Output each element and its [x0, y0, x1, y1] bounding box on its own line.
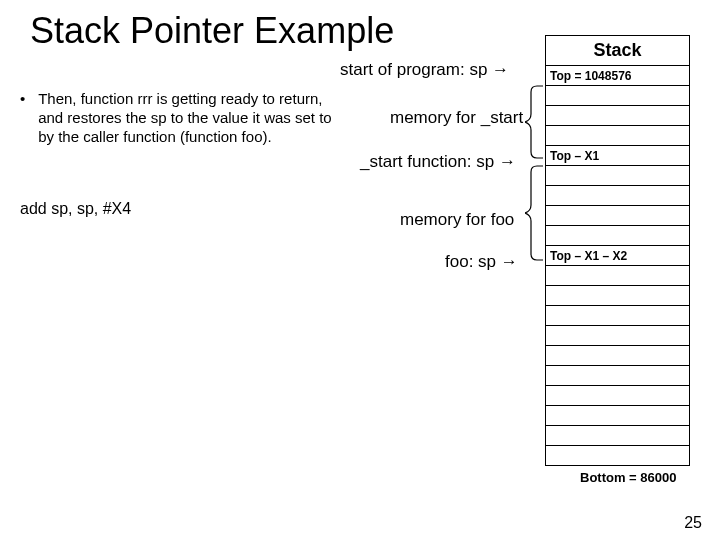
stack-cell — [546, 346, 690, 366]
bullet-dot: • — [20, 90, 34, 109]
assembly-instruction: add sp, sp, #X4 — [20, 200, 131, 218]
bracket-memory-foo — [525, 164, 547, 262]
stack-cell — [546, 86, 690, 106]
stack-cell — [546, 266, 690, 286]
stack-cell: Top = 1048576 — [546, 66, 690, 86]
label-memory-for-start: memory for _start — [390, 108, 523, 128]
stack-cell: Top – X1 – X2 — [546, 246, 690, 266]
stack-cell — [546, 166, 690, 186]
stack-cell — [546, 386, 690, 406]
stack-cell — [546, 446, 690, 466]
stack-cell — [546, 186, 690, 206]
bullet-paragraph: • Then, function rrr is getting ready to… — [20, 90, 350, 146]
stack-cell — [546, 326, 690, 346]
stack-cell — [546, 106, 690, 126]
stack-bottom-label: Bottom = 86000 — [580, 470, 676, 485]
label-foo-sp: foo: sp → — [445, 252, 518, 272]
stack-cell — [546, 206, 690, 226]
stack-cell — [546, 286, 690, 306]
stack-cell: Top – X1 — [546, 146, 690, 166]
stack-header: Stack — [546, 36, 690, 66]
stack-cell — [546, 366, 690, 386]
slide-number: 25 — [684, 514, 702, 532]
stack-cell — [546, 426, 690, 446]
stack-cell — [546, 406, 690, 426]
bullet-text: Then, function rrr is getting ready to r… — [38, 90, 338, 146]
label-start-function-sp: _start function: sp → — [360, 152, 516, 172]
stack-table: Stack Top = 1048576 Top – X1 Top – X1 – … — [545, 35, 690, 466]
bracket-memory-start — [525, 84, 547, 160]
stack-cell — [546, 306, 690, 326]
label-start-of-program: start of program: sp → — [340, 60, 509, 80]
stack-cell — [546, 126, 690, 146]
label-memory-for-foo: memory for foo — [400, 210, 514, 230]
stack-cell — [546, 226, 690, 246]
slide-title: Stack Pointer Example — [30, 10, 394, 52]
